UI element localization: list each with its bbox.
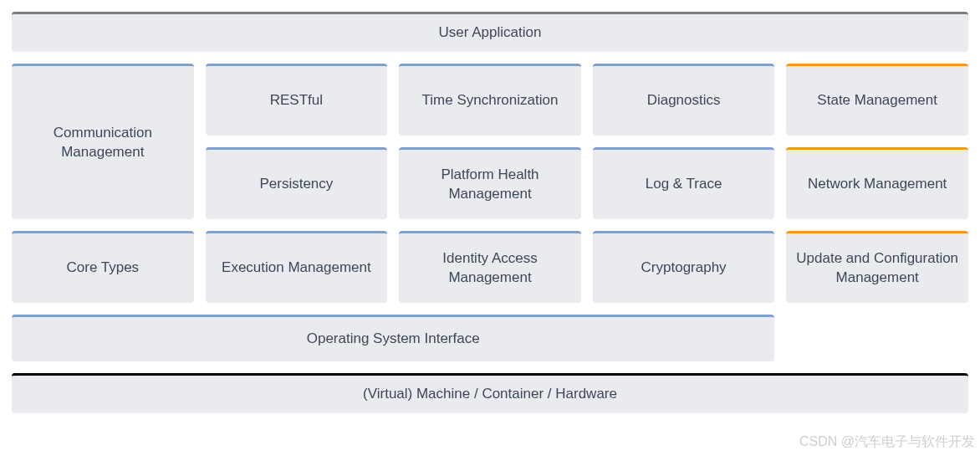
block-restful: RESTful bbox=[206, 64, 388, 136]
label-network-management: Network Management bbox=[808, 175, 947, 194]
label-log-and-trace: Log & Trace bbox=[646, 175, 722, 194]
label-persistency: Persistency bbox=[259, 175, 333, 194]
label-core-types: Core Types bbox=[66, 259, 139, 278]
label-platform-health-management: Platform Health Management bbox=[407, 166, 573, 204]
label-state-management: State Management bbox=[817, 91, 937, 110]
block-cryptography: Cryptography bbox=[593, 231, 775, 303]
label-restful: RESTful bbox=[270, 91, 323, 110]
label-hardware: (Virtual) Machine / Container / Hardware bbox=[363, 385, 617, 404]
block-core-types: Core Types bbox=[12, 231, 194, 303]
middle-grid: Communication Management RESTful Time Sy… bbox=[12, 64, 968, 303]
block-execution-management: Execution Management bbox=[206, 231, 388, 303]
label-update-and-configuration-management: Update and Configuration Management bbox=[794, 249, 960, 288]
label-execution-management: Execution Management bbox=[222, 259, 371, 278]
block-user-application: User Application bbox=[12, 12, 968, 52]
block-persistency: Persistency bbox=[206, 147, 388, 219]
label-time-synchronization: Time Synchronization bbox=[422, 91, 559, 110]
block-hardware: (Virtual) Machine / Container / Hardware bbox=[12, 373, 968, 413]
block-platform-health-management: Platform Health Management bbox=[399, 147, 581, 219]
label-diagnostics: Diagnostics bbox=[647, 91, 721, 110]
block-time-synchronization: Time Synchronization bbox=[399, 64, 581, 136]
label-cryptography: Cryptography bbox=[641, 259, 727, 278]
label-communication-management: Communication Management bbox=[20, 124, 186, 162]
row-os-interface: Operating System Interface bbox=[12, 315, 968, 361]
label-identity-access-management: Identity Access Management bbox=[407, 249, 573, 288]
block-log-and-trace: Log & Trace bbox=[593, 147, 775, 219]
row-hardware: (Virtual) Machine / Container / Hardware bbox=[12, 373, 968, 413]
block-state-management: State Management bbox=[786, 64, 968, 136]
label-user-application: User Application bbox=[439, 23, 542, 43]
block-network-management: Network Management bbox=[786, 147, 968, 219]
block-communication-management: Communication Management bbox=[12, 64, 194, 219]
block-identity-access-management: Identity Access Management bbox=[399, 231, 581, 303]
block-os-interface: Operating System Interface bbox=[12, 315, 774, 361]
block-update-and-configuration-management: Update and Configuration Management bbox=[786, 231, 968, 303]
row-user-application: User Application bbox=[12, 12, 968, 52]
block-diagnostics: Diagnostics bbox=[593, 64, 775, 136]
label-os-interface: Operating System Interface bbox=[307, 330, 480, 349]
